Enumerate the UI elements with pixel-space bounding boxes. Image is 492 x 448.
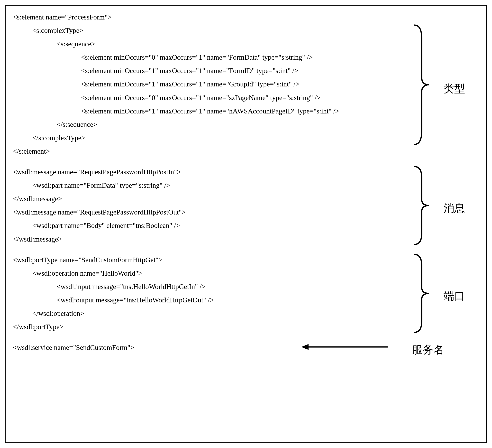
- code-line: <s:complexType>: [13, 24, 479, 37]
- code-line: <wsdl:message name="RequestPagePasswordH…: [13, 206, 479, 219]
- section-label-type: 类型: [444, 79, 465, 99]
- code-line: </wsdl:message>: [13, 232, 479, 246]
- section-label-message: 消息: [444, 198, 465, 219]
- document-frame: <s:element name="ProcessForm"> <s:comple…: [5, 5, 487, 443]
- section-label-port: 端口: [444, 286, 465, 307]
- code-line: <wsdl:output message="tns:HelloWorldHttp…: [13, 293, 479, 307]
- section-type: <s:element name="ProcessForm"> <s:comple…: [13, 10, 479, 158]
- code-line: <s:element minOccurs="1" maxOccurs="1" n…: [13, 104, 479, 118]
- code-line: </wsdl:message>: [13, 192, 479, 206]
- section-port: <wsdl:portType name="SendCustomFormHttpG…: [13, 253, 479, 334]
- code-line: <wsdl:part name="Body" element="tns:Bool…: [13, 219, 479, 232]
- code-line: </s:complexType>: [13, 131, 479, 145]
- code-line: <s:element minOccurs="0" maxOccurs="1" n…: [13, 51, 479, 64]
- code-line: <s:element minOccurs="1" maxOccurs="1" n…: [13, 64, 479, 77]
- code-line: <wsdl:message name="RequestPagePasswordH…: [13, 165, 479, 179]
- code-line: </s:element>: [13, 145, 479, 158]
- code-line: <wsdl:part name="FormData" type="s:strin…: [13, 179, 479, 192]
- code-line: </s:sequence>: [13, 118, 479, 131]
- code-line: <wsdl:portType name="SendCustomFormHttpG…: [13, 253, 479, 267]
- section-message: <wsdl:message name="RequestPagePasswordH…: [13, 165, 479, 246]
- code-line: <s:element minOccurs="0" maxOccurs="1" n…: [13, 91, 479, 104]
- code-line: <s:sequence>: [13, 37, 479, 51]
- code-line: <wsdl:input message="tns:HelloWorldHttpG…: [13, 280, 479, 293]
- section-label-service: 服务名: [412, 340, 444, 360]
- code-line: </wsdl:portType>: [13, 320, 479, 333]
- code-area: <s:element name="ProcessForm"> <s:comple…: [13, 10, 479, 354]
- code-line: <wsdl:operation name="HelloWorld">: [13, 267, 479, 280]
- code-line: <s:element name="ProcessForm">: [13, 10, 479, 24]
- code-line: <s:element minOccurs="1" maxOccurs="1" n…: [13, 77, 479, 91]
- section-service: <wsdl:service name="SendCustomForm"> 服务名: [13, 341, 479, 354]
- code-line: <wsdl:service name="SendCustomForm">: [13, 341, 479, 354]
- code-line: </wsdl:operation>: [13, 307, 479, 320]
